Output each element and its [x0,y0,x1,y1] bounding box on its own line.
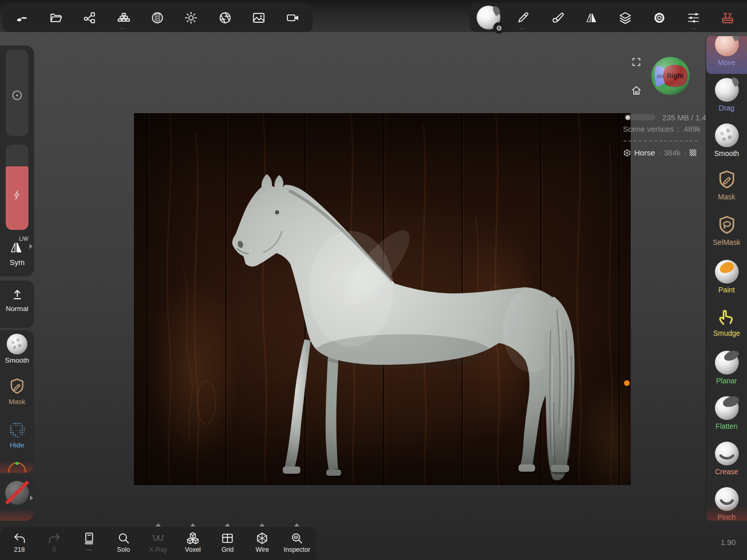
node-graph-icon [83,11,97,25]
selmask-shield-icon [716,214,738,236]
tool-settings-button[interactable]: ··· [680,4,708,31]
flatten-tool-icon [715,396,739,420]
symmetry-button[interactable] [577,4,605,31]
background-button[interactable] [245,4,273,31]
scene-vertices-label: Scene vertices： [623,125,681,133]
app-logo-button[interactable] [8,4,36,31]
lighting-button[interactable] [177,4,205,31]
tool-mask[interactable]: Mask [706,165,747,210]
layers-button[interactable]: ··· [110,4,138,31]
paintbrush-icon [550,11,564,25]
sym-button[interactable]: Sym [0,258,34,267]
toolbox-button[interactable] [714,4,742,31]
brush-preview-button[interactable] [475,4,502,31]
voxel-chevron[interactable] [190,523,195,526]
tool-label: Smooth [714,149,739,158]
gizmo-button[interactable] [0,460,34,473]
tool-smooth[interactable]: Smooth [706,119,747,165]
alpha-expand-arrow[interactable] [30,495,33,501]
hide-dots-icon [8,421,26,439]
grid-button[interactable]: Grid [212,532,243,553]
settings-button[interactable] [646,4,674,31]
voxel-button[interactable]: Voxel [177,532,208,553]
layers-panel-button[interactable] [612,4,639,31]
inspector-chevron[interactable] [294,523,299,526]
nomad-logo-icon [15,11,29,25]
scene-vertices-value: 489k [684,125,701,133]
navigation-orb[interactable]: ont Right [651,56,690,96]
stroke-button[interactable]: ··· [509,4,537,31]
xray-button[interactable]: X-Ray [143,532,174,553]
tool-move[interactable]: Move [706,36,747,74]
tool-smudge[interactable]: Smudge [706,301,747,347]
paint-tool-icon [715,260,739,284]
gizmo-icon [8,462,26,473]
symmetry-icon [8,240,24,255]
tool-drag[interactable]: Drag [706,74,747,119]
brush-settings-badge[interactable] [493,22,505,34]
wire-label: Wire [255,546,269,553]
inspector-eye-icon [290,532,303,545]
redo-button[interactable]: 0 [39,532,70,553]
horse-model [232,174,574,480]
tool-pinch[interactable]: Pinch [706,483,747,521]
inspector-label: Inspector [284,546,310,553]
alpha-off-button[interactable] [5,481,29,505]
home-view-button[interactable] [631,85,642,96]
wire-sphere-icon [255,532,269,545]
radius-slider[interactable] [6,50,28,136]
alpha-group [0,475,34,521]
material-button[interactable] [143,4,171,31]
tool-label: Mask [718,193,735,201]
postprocess-button[interactable] [211,4,239,31]
voxel-cubes-icon [186,532,200,545]
memory-usage: 235 MB / 1.4 [662,113,706,122]
scene-graph-button[interactable] [76,4,104,31]
tool-panel: Move Drag Smooth Mask SelMask Paint Smud… [706,36,747,521]
object-info-row[interactable]: Horse · 384k · [623,148,696,157]
sym-expand-arrow[interactable] [29,244,33,249]
tool-label: Smudge [713,329,740,337]
wire-chevron[interactable] [260,523,265,526]
magnifier-icon [117,532,130,545]
tool-paint[interactable]: Paint [706,256,747,301]
tool-planar[interactable]: Planar [706,347,747,392]
inspector-button[interactable]: Inspector [281,532,312,553]
move-notch [726,36,740,44]
quick-mask-button[interactable]: Mask [0,374,34,417]
files-button[interactable] [42,4,70,31]
sculpt-viewport[interactable] [134,113,631,485]
tool-label: Drag [719,104,734,112]
left-slider-group: L/W Sym [0,45,34,276]
crease-line [715,442,739,465]
tool-selmask[interactable]: SelMask [706,210,747,256]
wire-button[interactable]: Wire [247,532,278,553]
paint-settings-button[interactable] [543,4,571,31]
quick-smooth-button[interactable]: Smooth [0,330,34,374]
smooth-sphere-icon [7,334,27,354]
dot-separator: · [658,148,661,157]
redo-count: 0 [52,546,56,553]
tool-label: Flatten [715,422,738,430]
gear-icon [496,25,502,32]
tool-flatten[interactable]: Flatten [706,392,747,438]
grid-chevron[interactable] [225,523,230,526]
xray-chevron[interactable] [156,523,161,526]
normal-button[interactable]: Normal [0,281,34,313]
intensity-slider[interactable] [6,145,28,230]
fullscreen-button[interactable] [631,57,642,67]
viewport-edge-marker[interactable] [624,380,630,386]
camera-button[interactable] [279,4,307,31]
solo-button[interactable]: Solo [108,532,139,553]
tool-crease[interactable]: Crease [706,438,747,483]
tool-label: SelMask [713,238,741,246]
brush-preview-sphere-icon [477,6,500,29]
quick-hide-button[interactable]: Hide [0,417,34,460]
toolbox-icon [721,11,735,25]
quick-tools-group: Smooth Mask Hide [0,330,34,473]
history-button[interactable]: ··· [73,532,104,553]
matcap-sphere-icon [150,11,164,25]
undo-button[interactable]: 218 [4,532,35,553]
home-icon [631,85,642,96]
more-indicator: ··· [509,26,537,32]
